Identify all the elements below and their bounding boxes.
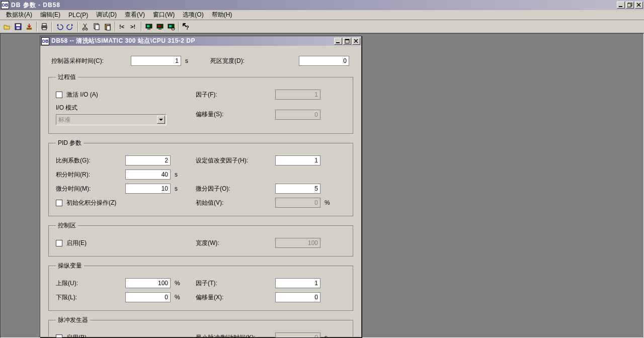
menu-view[interactable]: 查看(V): [121, 10, 149, 20]
pulse-gen-legend: 脉冲发生器: [56, 316, 90, 324]
open-icon[interactable]: [2, 22, 12, 32]
sample-time-unit: s: [185, 57, 192, 64]
svg-rect-21: [147, 29, 150, 30]
monitor-status-icon[interactable]: [166, 22, 176, 32]
close-button[interactable]: [635, 2, 643, 9]
svg-rect-24: [158, 29, 162, 30]
svg-rect-5: [17, 27, 20, 29]
pulse-enable-checkbox[interactable]: [56, 334, 62, 338]
menu-options[interactable]: 选项(O): [179, 10, 207, 20]
child-body: 控制器采样时间(C): s 死区宽度(D): 过程值 激活 I/O (A): [40, 46, 361, 337]
child-window: DB DB58 -- 清洗站\SIMATIC 300 站点\CPU 315-2 …: [40, 36, 362, 337]
activate-io-label: 激活 I/O (A): [66, 91, 98, 99]
manip-offset-input[interactable]: [275, 292, 320, 302]
manip-offset-label: 偏移量(X):: [196, 293, 271, 302]
deriv-factor-input[interactable]: [275, 184, 320, 194]
toolbar-separator: [36, 22, 37, 32]
svg-rect-23: [158, 25, 160, 27]
lo-limit-input[interactable]: [125, 292, 171, 302]
undo-icon[interactable]: [54, 22, 64, 32]
offset-input: [275, 110, 320, 120]
ti-label: 积分时间(R):: [56, 171, 121, 179]
td-unit: s: [175, 185, 182, 192]
print-icon[interactable]: [39, 22, 49, 32]
manip-factor-input[interactable]: [275, 278, 320, 288]
io-mode-select: 标准: [56, 114, 167, 125]
redo-icon[interactable]: [65, 22, 75, 32]
paste-icon[interactable]: [103, 22, 113, 32]
lo-limit-unit: %: [175, 294, 182, 301]
menu-edit[interactable]: 编辑(E): [36, 10, 64, 20]
control-zone-legend: 控制区: [56, 221, 78, 230]
svg-rect-9: [42, 28, 46, 30]
deadband-input[interactable]: [299, 56, 349, 66]
toolbar-separator: [51, 22, 52, 32]
menu-help[interactable]: 帮助(H): [208, 10, 236, 20]
help-context-icon[interactable]: ?: [181, 22, 191, 32]
mdi-workspace: DB DB58 -- 清洗站\SIMATIC 300 站点\CPU 315-2 …: [0, 33, 644, 338]
ctrl-zone-enable-checkbox[interactable]: [56, 240, 62, 246]
sample-time-input[interactable]: [131, 56, 181, 66]
gain-input[interactable]: [125, 155, 171, 165]
factor-label: 因子(F):: [196, 91, 271, 99]
svg-rect-6: [27, 28, 32, 30]
ctrl-zone-width-label: 宽度(W):: [196, 239, 271, 247]
goto-start-icon[interactable]: !<: [118, 22, 128, 32]
child-close-button[interactable]: [352, 38, 360, 45]
menu-debug[interactable]: 调试(D): [92, 10, 121, 20]
ti-unit: s: [175, 171, 182, 178]
download-icon[interactable]: [24, 22, 34, 32]
monitor-icon[interactable]: [144, 22, 154, 32]
td-input[interactable]: [125, 184, 171, 194]
minimize-button[interactable]: [617, 2, 625, 9]
svg-rect-29: [336, 42, 340, 43]
offset-label: 偏移量(S):: [196, 110, 271, 119]
svg-rect-15: [106, 24, 109, 25]
menu-plc[interactable]: PLC(P): [64, 11, 92, 20]
child-minimize-button[interactable]: [334, 38, 342, 45]
goto-end-icon[interactable]: >!: [129, 22, 139, 32]
hi-limit-input[interactable]: [125, 278, 171, 288]
toolbar: !< >! ?: [0, 20, 644, 33]
manip-var-group: 操纵变量 上限(U): % 因子(T): 下限(L):: [48, 262, 353, 311]
pulse-enable-label: 启用(B): [66, 333, 87, 338]
save-icon[interactable]: [13, 22, 23, 32]
sample-time-label: 控制器采样时间(C):: [51, 57, 127, 65]
svg-text:>!: >!: [130, 24, 135, 30]
menu-data-block[interactable]: 数据块(A): [2, 10, 36, 20]
process-value-legend: 过程值: [56, 73, 78, 81]
svg-rect-8: [42, 24, 46, 26]
svg-text:?: ?: [186, 25, 189, 31]
chevron-down-icon: [157, 116, 165, 124]
ctrl-zone-width-input: [275, 238, 320, 248]
init-value-label: 初始值(V):: [196, 199, 271, 207]
gain-label: 比例系数(G):: [56, 156, 121, 165]
svg-text:!<: !<: [119, 24, 124, 30]
init-integral-label: 初始化积分操作(Z): [66, 199, 116, 207]
manip-var-legend: 操纵变量: [56, 262, 84, 270]
lo-limit-label: 下限(L):: [56, 293, 121, 302]
svg-rect-20: [147, 25, 149, 27]
child-maximize-button[interactable]: [343, 38, 351, 45]
toolbar-separator: [115, 22, 116, 32]
menu-window[interactable]: 窗口(W): [149, 10, 179, 20]
svg-rect-0: [619, 6, 622, 7]
ctrl-zone-enable-label: 启用(E): [66, 239, 87, 247]
deadband-label: 死区宽度(D):: [210, 57, 266, 65]
cut-icon[interactable]: [80, 22, 91, 32]
ti-input[interactable]: [125, 170, 171, 180]
copy-icon[interactable]: [92, 22, 102, 32]
toolbar-separator: [178, 22, 179, 32]
pid-legend: PID 参数: [56, 139, 84, 147]
activate-io-checkbox[interactable]: [56, 92, 62, 98]
init-value-input: [275, 198, 320, 208]
hi-limit-label: 上限(U):: [56, 279, 121, 288]
pid-group: PID 参数 比例系数(G): 设定值改变因子(H): 积分时间(R):: [48, 139, 353, 216]
sp-change-factor-input[interactable]: [275, 155, 320, 165]
init-integral-checkbox[interactable]: [56, 200, 62, 206]
monitor-force-icon[interactable]: [155, 22, 165, 32]
main-title-bar: DB DB 参数 - DB58: [0, 0, 644, 10]
min-pulse-input: [275, 332, 320, 337]
sp-change-factor-label: 设定值改变因子(H):: [196, 156, 271, 165]
restore-button[interactable]: [626, 2, 634, 9]
